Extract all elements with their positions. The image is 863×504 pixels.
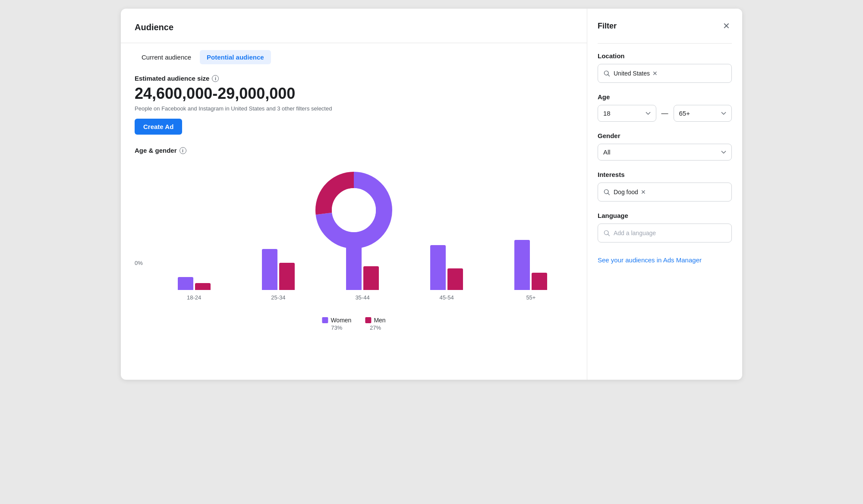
chart-area: 0% 18-24 — [135, 163, 573, 335]
legend-men: Men 27% — [365, 317, 385, 331]
ads-manager-link[interactable]: See your audiences in Ads Manager — [598, 256, 702, 264]
age-gender-info-icon[interactable]: i — [180, 147, 186, 154]
audience-size-description: People on Facebook and Instagram in Unit… — [135, 105, 573, 112]
bars-row — [262, 249, 295, 290]
bars-row — [346, 243, 379, 290]
age-row: 18 21 25 35 45 55 — 25 35 45 55 65+ — [598, 105, 732, 122]
bar-women-55plus — [514, 240, 530, 290]
bars-row — [514, 240, 547, 290]
bar-label-25-34: 25-34 — [271, 294, 285, 301]
location-tag-value: United States — [614, 70, 650, 77]
legend-men-name: Men — [374, 317, 385, 324]
language-input-box[interactable]: Add a language — [598, 224, 732, 243]
age-label: Age — [598, 93, 732, 101]
bars-row — [178, 277, 211, 290]
filter-panel-header: Filter ✕ — [598, 19, 732, 33]
svg-line-12 — [608, 234, 610, 236]
bar-men-18-24 — [195, 283, 211, 290]
legend-women-dot — [322, 317, 328, 323]
filter-panel: Filter ✕ Location United States ✕ Age — [587, 9, 742, 380]
location-search-box[interactable]: United States ✕ — [598, 64, 732, 83]
age-min-select[interactable]: 18 21 25 35 45 55 — [598, 105, 656, 122]
audience-size-section: Estimated audience size i 24,600,000-29,… — [135, 75, 573, 135]
age-section: Age 18 21 25 35 45 55 — 25 35 45 55 65+ — [598, 93, 732, 122]
interests-tag-value: Dog food — [614, 189, 638, 195]
filter-panel-title: Filter — [598, 22, 617, 31]
create-ad-button[interactable]: Create Ad — [135, 119, 182, 135]
bar-group-25-34: 25-34 — [236, 249, 320, 301]
interests-label: Interests — [598, 171, 732, 178]
location-search-icon — [603, 70, 610, 77]
age-max-select[interactable]: 25 35 45 55 65+ — [674, 105, 732, 122]
chart-legend: Women 73% Men 27% — [322, 317, 385, 331]
language-placeholder: Add a language — [614, 230, 656, 236]
language-search-icon — [603, 230, 610, 236]
bar-label-45-54: 45-54 — [440, 294, 454, 301]
info-icon[interactable]: i — [212, 75, 219, 82]
age-gender-section: Age & gender i — [135, 147, 573, 335]
bar-men-35-44 — [363, 266, 379, 290]
bar-label-35-44: 35-44 — [355, 294, 369, 301]
page-title: Audience — [135, 22, 173, 32]
legend-women-name: Women — [331, 317, 351, 324]
bar-label-18-24: 18-24 — [187, 294, 201, 301]
bar-group-55plus: 55+ — [489, 240, 573, 301]
legend-men-row: Men — [365, 317, 385, 324]
legend-men-dot — [365, 317, 371, 323]
location-label: Location — [598, 52, 732, 60]
legend-women-pct: 73% — [331, 324, 342, 331]
audience-size-number: 24,600,000-29,000,000 — [135, 85, 573, 103]
bar-label-55plus: 55+ — [526, 294, 535, 301]
bar-women-18-24 — [178, 277, 193, 290]
location-tag-remove[interactable]: ✕ — [652, 70, 658, 76]
bar-group-35-44: 35-44 — [320, 243, 404, 301]
bar-women-35-44 — [346, 243, 362, 290]
bar-chart: 0% 18-24 — [135, 214, 573, 301]
audience-size-label: Estimated audience size i — [135, 75, 573, 82]
location-tag: United States ✕ — [614, 70, 658, 77]
main-card: Audience Filter Export — [121, 9, 742, 380]
filter-close-button[interactable]: ✕ — [721, 19, 732, 33]
bar-women-45-54 — [430, 245, 446, 290]
age-dash: — — [661, 110, 668, 117]
bar-group-18-24: 18-24 — [152, 277, 236, 301]
interests-tag: Dog food ✕ — [614, 189, 646, 195]
interests-search-icon — [603, 189, 610, 195]
bar-men-55plus — [532, 273, 547, 290]
legend-men-pct: 27% — [370, 324, 381, 331]
gender-section: Gender All Men Women — [598, 132, 732, 161]
language-section: Language Add a language — [598, 212, 732, 243]
gender-label: Gender — [598, 132, 732, 139]
y-axis-label: 0% — [135, 260, 143, 266]
bar-women-25-34 — [262, 249, 277, 290]
gender-select[interactable]: All Men Women — [598, 144, 732, 161]
svg-line-8 — [608, 75, 610, 76]
location-section: Location United States ✕ — [598, 52, 732, 83]
filter-divider — [598, 43, 732, 44]
tab-potential-audience[interactable]: Potential audience — [200, 50, 271, 64]
main-content: Estimated audience size i 24,600,000-29,… — [121, 64, 587, 346]
interests-section: Interests Dog food ✕ — [598, 171, 732, 202]
interests-search-box[interactable]: Dog food ✕ — [598, 183, 732, 202]
bar-group-45-54: 45-54 — [405, 245, 489, 301]
bar-men-45-54 — [447, 268, 463, 290]
interests-tag-remove[interactable]: ✕ — [641, 189, 646, 195]
svg-line-10 — [608, 193, 610, 195]
language-label: Language — [598, 212, 732, 219]
bar-men-25-34 — [279, 263, 295, 290]
bars-row — [430, 245, 463, 290]
age-gender-title: Age & gender i — [135, 147, 573, 154]
tab-current-audience[interactable]: Current audience — [135, 50, 198, 64]
legend-women: Women 73% — [322, 317, 351, 331]
legend-women-row: Women — [322, 317, 351, 324]
